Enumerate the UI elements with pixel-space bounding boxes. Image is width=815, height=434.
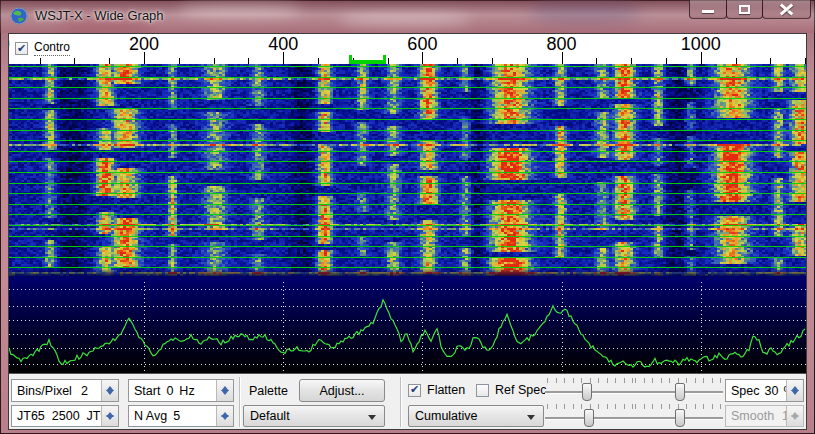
minimize-icon [702, 10, 714, 13]
wide-graph-window: WSJT-X - Wide Graph 02004006008001000120… [0, 0, 815, 434]
spec-value: 30 [765, 384, 779, 398]
scale-label: 200 [129, 34, 159, 55]
window-title: WSJT-X - Wide Graph [35, 8, 164, 23]
spinner-arrows[interactable] [786, 406, 803, 426]
mode-combo-value: Cumulative [415, 409, 478, 423]
spinner-arrows[interactable] [786, 380, 803, 401]
waterfall-display[interactable] [9, 64, 806, 276]
adjust-button[interactable]: Adjust... [299, 379, 385, 402]
smooth-label: Smooth [731, 409, 774, 423]
spin-down-icon[interactable] [217, 416, 233, 426]
spectrum-gain-slider[interactable] [545, 404, 635, 428]
bins-per-pixel-label: Bins/Pixel [17, 384, 72, 398]
waterfall-gain-slider[interactable] [545, 378, 635, 402]
spinner-arrows[interactable] [101, 406, 118, 426]
ref-spec-label: Ref Spec [495, 383, 546, 397]
n-avg-value: 5 [173, 409, 180, 423]
checkbox-box: ✔ [408, 384, 421, 397]
n-avg-spinner[interactable]: N Avg5 [128, 405, 234, 427]
title-bar[interactable]: WSJT-X - Wide Graph [0, 0, 815, 33]
window-controls [690, 0, 811, 19]
controls-checkbox-label: Contro [34, 40, 70, 56]
n-avg-label: N Avg [134, 409, 167, 423]
smooth-spinner[interactable]: Smooth1 [725, 405, 804, 427]
slider-handle[interactable] [582, 383, 592, 401]
palette-combobox[interactable]: Default [243, 405, 385, 427]
bins-per-pixel-value: 2 [81, 384, 88, 398]
spectrum-mode-combobox[interactable]: Cumulative [408, 405, 544, 427]
spec-label: Spec [731, 384, 760, 398]
slider-handle[interactable] [675, 383, 685, 401]
spinner-arrows[interactable] [216, 406, 233, 426]
maximize-icon [739, 5, 750, 14]
ref-spec-checkbox[interactable]: ✔ Ref Spec [476, 383, 546, 397]
scale-label: 800 [547, 34, 577, 55]
spinner-arrows[interactable] [216, 380, 233, 401]
jt65-label: JT65 [17, 409, 45, 423]
scale-label: 400 [268, 34, 298, 55]
scale-label: 1000 [681, 34, 721, 55]
start-frequency-spinner[interactable]: Start0Hz [128, 379, 234, 402]
separator [400, 377, 401, 427]
spin-down-icon[interactable] [102, 391, 118, 402]
slider-handle[interactable] [584, 409, 594, 427]
maximize-button[interactable] [726, 0, 763, 19]
start-suffix: Hz [179, 384, 194, 398]
flatten-label: Flatten [427, 383, 465, 397]
split-value: 2500 [52, 409, 80, 423]
spectrum-plot[interactable] [9, 276, 806, 373]
wsjtx-globe-icon [10, 7, 28, 25]
spin-down-icon[interactable] [787, 391, 803, 402]
minimize-button[interactable] [689, 0, 727, 19]
palette-label: Palette [249, 379, 288, 402]
flatten-checkbox[interactable]: ✔ Flatten [408, 383, 465, 397]
spectrum-zero-slider[interactable] [633, 404, 723, 428]
bins-per-pixel-spinner[interactable]: Bins/Pixel2 [11, 379, 119, 402]
start-value: 0 [166, 384, 173, 398]
jt65-jt9-split-spinner[interactable]: JT652500JT9 [11, 405, 119, 427]
scale-label: 600 [407, 34, 437, 55]
jt9-label: JT9 [87, 409, 101, 423]
wide-graph-client: 020040060080010001200 ✔ Contro Bins/Pixe… [8, 33, 807, 430]
spin-down-icon[interactable] [102, 416, 118, 426]
spec-percent-spinner[interactable]: Spec30% [725, 379, 804, 402]
close-button[interactable] [762, 0, 811, 19]
separator [239, 377, 240, 427]
close-icon [780, 4, 793, 15]
controls-checkbox[interactable]: ✔ Contro [15, 40, 74, 56]
start-label: Start [134, 384, 160, 398]
spinner-arrows[interactable] [101, 380, 118, 401]
checkbox-box: ✔ [476, 384, 489, 397]
frequency-scale[interactable]: 020040060080010001200 ✔ Contro [9, 34, 806, 64]
checkbox-box: ✔ [15, 42, 28, 55]
spin-down-icon[interactable] [217, 391, 233, 402]
palette-combo-value: Default [250, 409, 290, 423]
control-panel: Bins/Pixel2 Start0Hz Palette Adjust... ✔… [9, 373, 806, 429]
spin-down-icon[interactable] [787, 416, 803, 426]
tx-frequency-marker [349, 55, 385, 64]
slider-handle[interactable] [675, 409, 685, 427]
waterfall-zero-slider[interactable] [633, 378, 723, 402]
scale-label: 0 [9, 34, 10, 55]
